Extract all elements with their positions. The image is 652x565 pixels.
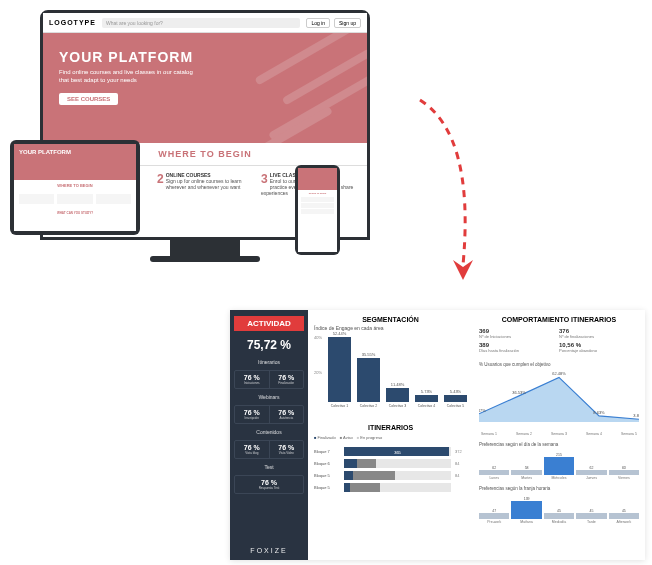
device-mockups: LOGOTYPE What are you looking for? Log i… <box>10 10 410 300</box>
actividad-header: ACTIVIDAD <box>234 316 304 331</box>
sec-webinars: 76 %Inscripción 76 %Asistencia <box>234 405 304 424</box>
right-column: COMPORTAMIENTO ITINERARIOS 369Nº de Inic… <box>473 310 645 560</box>
itinerarios-legend: Finalizado Aviso En progreso <box>314 433 467 442</box>
pref-dia-title: Preferencias según el día de la semana <box>479 442 639 447</box>
sec-itinerarios-label: Itinerarios <box>234 357 304 367</box>
seg-axis-40: 40% <box>314 335 322 340</box>
svg-text:36.53%: 36.53% <box>512 390 526 395</box>
metrics: 369Nº de Iniciaciones 376Nº de finalizac… <box>479 328 639 356</box>
itinerarios-chart: Bloque 7365372Bloque 684Bloque 584Bloque… <box>314 444 467 495</box>
svg-text:3.87%: 3.87% <box>633 413 639 418</box>
line-title: % Usuarios que cumplen el objetivo <box>479 362 639 367</box>
sec-itinerarios: 76 %Iniciaciones 76 %Finalización <box>234 370 304 389</box>
search-placeholder: What are you looking for? <box>106 20 163 26</box>
tablet-begin: WHERE TO BEGIN <box>14 180 136 191</box>
actividad-main-pct: 75,72 % <box>234 334 304 354</box>
tablet-what: WHAT CAN YOU STUDY? <box>14 207 136 215</box>
seg-axis-20: 20% <box>314 370 322 375</box>
sec-test-label: Test <box>234 462 304 472</box>
see-courses-button[interactable]: SEE COURSES <box>59 93 118 105</box>
line-chart: 11.47%36.53%62.48%8.63%3.87% <box>479 372 639 427</box>
arrow-icon <box>415 95 485 295</box>
signup-button[interactable]: Sign up <box>334 18 361 28</box>
mid-column: SEGMENTACIÓN Índice de Engage en cada ár… <box>308 310 473 560</box>
search-input[interactable]: What are you looking for? <box>102 18 301 28</box>
itinerarios-title: ITINERARIOS <box>314 422 467 433</box>
sec-contenidos: 76 %Vista blog 76 %Vista Video <box>234 440 304 459</box>
sec-contenidos-label: Contenidos <box>234 427 304 437</box>
brand-foxize: FOXIZE <box>234 541 304 554</box>
monitor-stand <box>170 240 240 258</box>
login-button[interactable]: Log in <box>306 18 330 28</box>
comport-title: COMPORTAMIENTO ITINERARIOS <box>479 314 639 325</box>
segmentacion-chart: 40% 20% 52.44%Colectivo 135.55%Colectivo… <box>314 335 467 420</box>
segmentacion-title: SEGMENTACIÓN <box>314 314 467 325</box>
svg-text:8.63%: 8.63% <box>593 410 605 415</box>
sidebar: ACTIVIDAD 75,72 % Itinerarios 76 %Inicia… <box>230 310 308 560</box>
dashboard: ACTIVIDAD 75,72 % Itinerarios 76 %Inicia… <box>230 310 645 560</box>
pref-hora-title: Preferencias según la franja horaria <box>479 486 639 491</box>
svg-text:62.48%: 62.48% <box>552 372 566 376</box>
tablet-frame: YOUR PLATFORM WHERE TO BEGIN WHAT CAN YO… <box>10 140 140 235</box>
tablet-hero-title: YOUR PLATFORM <box>19 149 131 155</box>
phone-frame: WHERE TO BEGIN <box>295 165 340 255</box>
svg-text:11.47%: 11.47% <box>479 408 486 413</box>
pref-dia-chart: 62Lunes58Martes215Miércoles62Jueves60Vie… <box>479 452 639 480</box>
segmentacion-sub: Índice de Engage en cada área <box>314 325 467 331</box>
hero-title: YOUR PLATFORM <box>59 49 351 65</box>
logo: LOGOTYPE <box>49 19 96 26</box>
hero: YOUR PLATFORM Find online courses and li… <box>43 33 367 143</box>
line-x-labels: Semana 1Semana 2Semana 3Semana 4Semana 5 <box>479 432 639 436</box>
phone-begin: WHERE TO BEGIN <box>298 190 337 196</box>
step-2: 2ONLINE COURSESSign up for online course… <box>157 172 253 196</box>
hero-subtitle: Find online courses and live classes in … <box>59 69 199 85</box>
sec-webinars-label: Webinars <box>234 392 304 402</box>
topbar: LOGOTYPE What are you looking for? Log i… <box>43 13 367 33</box>
pref-hora-chart: 47Pre-work139Mañana45Mediodía45Tarde45Af… <box>479 496 639 524</box>
sec-test: 76 %Respuesta Test <box>234 475 304 494</box>
